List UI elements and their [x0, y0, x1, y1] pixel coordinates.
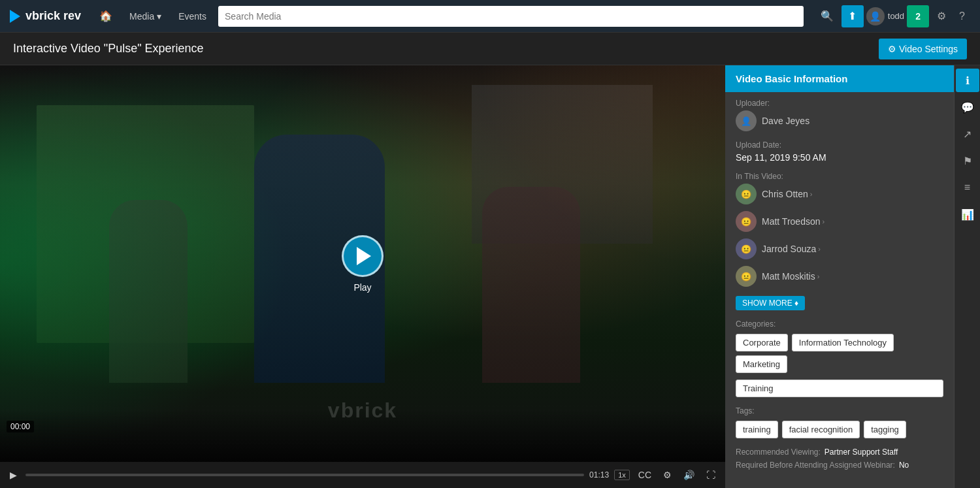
- recommended-viewing-label: Recommended Viewing:: [736, 447, 821, 457]
- username-label: todd: [888, 11, 904, 21]
- logo-triangle-icon: [10, 10, 20, 23]
- captions-button[interactable]: CC: [635, 468, 655, 481]
- person-name-3[interactable]: Matt Moskitis ›: [762, 271, 819, 282]
- uploader-name[interactable]: Dave Jeyes: [762, 116, 809, 126]
- category-tags: Corporate Information Technology Marketi…: [736, 334, 943, 373]
- categories-section: Categories: Corporate Information Techno…: [736, 319, 943, 397]
- required-webinar-label: Required Before Attending Assigned Webin…: [736, 461, 895, 470]
- tags-section: Tags: training facial recognition taggin…: [736, 406, 943, 438]
- user-menu[interactable]: 👤 todd: [866, 7, 904, 25]
- upload-date-value: Sep 11, 2019 9:50 AM: [736, 152, 943, 163]
- tag-1[interactable]: facial recognition: [782, 421, 860, 438]
- in-this-video-label: In This Video:: [736, 172, 943, 181]
- required-webinar-row: Required Before Attending Assigned Webin…: [736, 461, 943, 470]
- person-row-2: 😐 Jarrod Souza ›: [736, 238, 943, 259]
- in-this-video-section: In This Video: 😐 Chris Otten › 😐 Matt Tr…: [736, 172, 943, 287]
- panel-header: Video Basic Information: [725, 65, 954, 92]
- video-controls-bar: ▶ 01:13 1x CC ⚙ 🔊 ⛶: [0, 462, 725, 488]
- person-row-3: 😐 Matt Moskitis ›: [736, 266, 943, 287]
- person-name-1[interactable]: Matt Troedson ›: [762, 216, 825, 227]
- info-panel: Video Basic Information Uploader: 👤 Dave…: [725, 65, 954, 488]
- category-tag-2[interactable]: Marketing: [736, 355, 787, 373]
- tag-2[interactable]: tagging: [864, 421, 906, 438]
- video-area: 00:00 vbrick Play ▶ 01:13 1x CC ⚙ 🔊 ⛶: [0, 65, 725, 488]
- media-menu-button[interactable]: Media ▾: [124, 8, 167, 25]
- uploader-person: 👤 Dave Jeyes: [736, 110, 943, 131]
- search-input[interactable]: [218, 6, 804, 27]
- category-tags-row2: Training: [736, 380, 943, 397]
- tag-0[interactable]: training: [736, 421, 778, 438]
- uploader-label: Uploader:: [736, 99, 943, 108]
- page-title-bar: Interactive Video "Pulse" Experience ⚙ V…: [0, 33, 980, 65]
- chapters-panel-icon-button[interactable]: ≡: [956, 176, 979, 199]
- tags-label: Tags:: [736, 406, 943, 415]
- upload-date-label: Upload Date:: [736, 140, 943, 150]
- analytics-panel-icon-button[interactable]: 📊: [956, 203, 979, 226]
- notifications-button[interactable]: 2: [907, 5, 929, 27]
- home-button[interactable]: 🏠: [94, 7, 118, 25]
- timecode-display: 00:00: [7, 421, 34, 432]
- categories-label: Categories:: [736, 319, 943, 329]
- nav-right-controls: 🔍 ⬆ 👤 todd 2 ⚙ ?: [815, 5, 970, 27]
- page-title: Interactive Video "Pulse" Experience: [13, 42, 204, 56]
- play-button-container: Play: [342, 235, 384, 293]
- fullscreen-button[interactable]: ⛶: [703, 468, 719, 481]
- person-row-0: 😐 Chris Otten ›: [736, 184, 943, 204]
- person-avatar-1: 😐: [736, 211, 757, 232]
- time-display: 01:13: [589, 470, 609, 480]
- progress-bar[interactable]: [25, 474, 584, 476]
- vbrick-watermark: vbrick: [328, 399, 397, 423]
- help-button[interactable]: ?: [954, 7, 970, 25]
- volume-button[interactable]: 🔊: [680, 468, 698, 481]
- play-pause-control[interactable]: ▶: [7, 468, 20, 481]
- person-avatar-2: 😐: [736, 238, 757, 259]
- recommended-viewing-row: Recommended Viewing: Partner Support Sta…: [736, 447, 943, 457]
- info-panel-icon-button[interactable]: ℹ: [956, 69, 979, 92]
- settings-button[interactable]: ⚙: [932, 7, 951, 25]
- share-panel-icon-button[interactable]: ↗: [956, 122, 979, 146]
- recommended-viewing-value: Partner Support Staff: [825, 447, 898, 457]
- play-button[interactable]: [342, 235, 384, 277]
- category-tag-1[interactable]: Information Technology: [792, 334, 894, 351]
- person-name-0[interactable]: Chris Otten ›: [762, 189, 812, 199]
- video-frame[interactable]: 00:00 vbrick Play: [0, 65, 725, 462]
- sidebar-icon-strip: ℹ 💬 ↗ ⚑ ≡ 📊: [954, 65, 980, 488]
- person-row-1: 😐 Matt Troedson ›: [736, 211, 943, 232]
- logo: vbrick rev: [10, 9, 81, 23]
- comments-panel-icon-button[interactable]: 💬: [956, 95, 979, 119]
- right-sidebar: Video Basic Information Uploader: 👤 Dave…: [725, 65, 980, 488]
- required-webinar-value: No: [899, 461, 909, 470]
- person-avatar-3: 😐: [736, 266, 757, 287]
- video-settings-button[interactable]: ⚙ Video Settings: [879, 39, 967, 59]
- tags-row: training facial recognition tagging: [736, 421, 943, 438]
- flag-panel-icon-button[interactable]: ⚑: [956, 149, 979, 172]
- panel-body: Uploader: 👤 Dave Jeyes Upload Date: Sep …: [725, 92, 954, 480]
- search-icon-button[interactable]: 🔍: [815, 7, 839, 25]
- uploader-avatar: 👤: [736, 110, 757, 131]
- quality-button[interactable]: ⚙: [660, 468, 675, 481]
- avatar: 👤: [866, 7, 885, 25]
- show-more-button[interactable]: SHOW MORE ♦: [736, 296, 805, 310]
- logo-text: vbrick rev: [25, 9, 81, 23]
- play-label: Play: [353, 282, 371, 293]
- person-avatar-0: 😐: [736, 184, 757, 204]
- top-navigation: vbrick rev 🏠 Media ▾ Events 🔍 ⬆ 👤 todd 2…: [0, 0, 980, 33]
- speed-control[interactable]: 1x: [614, 470, 630, 480]
- main-content: 00:00 vbrick Play ▶ 01:13 1x CC ⚙ 🔊 ⛶: [0, 65, 980, 488]
- upload-button[interactable]: ⬆: [841, 5, 864, 27]
- upload-date-row: Upload Date: Sep 11, 2019 9:50 AM: [736, 140, 943, 163]
- category-tag-3[interactable]: Training: [736, 380, 943, 397]
- events-button[interactable]: Events: [173, 8, 212, 25]
- category-tag-0[interactable]: Corporate: [736, 334, 788, 351]
- uploader-row: Uploader: 👤 Dave Jeyes: [736, 99, 943, 131]
- person-name-2[interactable]: Jarrod Souza ›: [762, 244, 821, 254]
